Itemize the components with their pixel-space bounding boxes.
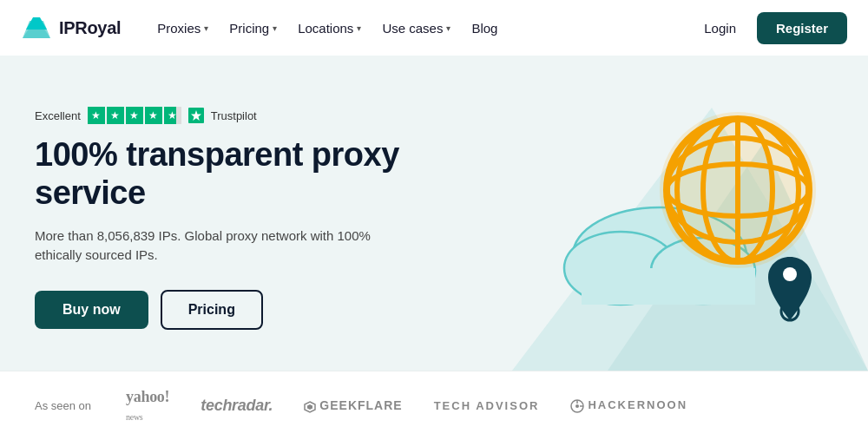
star-5: ★	[164, 107, 181, 124]
login-button[interactable]: Login	[694, 14, 746, 43]
brand-yahoo: yahoo!news	[126, 388, 169, 424]
brand-geekflare: GEEKFLARE	[304, 398, 402, 412]
chevron-down-icon: ▾	[357, 23, 361, 33]
as-seen-bar: As seen on yahoo!news techradar. GEEKFLA…	[0, 371, 868, 440]
pricing-button[interactable]: Pricing	[161, 290, 263, 330]
hackernoon-icon	[570, 399, 584, 413]
brand-logos: yahoo!news techradar. GEEKFLARE TECH ADV…	[126, 388, 833, 424]
chevron-down-icon: ▾	[273, 23, 277, 33]
as-seen-label: As seen on	[35, 399, 91, 412]
star-1: ★	[88, 107, 105, 124]
nav-right: Login Register	[694, 12, 847, 44]
logo-icon	[21, 16, 52, 40]
logo[interactable]: IPRoyal	[21, 16, 121, 40]
trustpilot-excellent: Excellent	[35, 109, 81, 122]
nav-item-locations[interactable]: Locations ▾	[289, 14, 370, 43]
hero-title: 100% transparent proxy service	[35, 136, 434, 212]
hero-svg	[469, 56, 868, 371]
hero-actions: Buy now Pricing	[35, 290, 434, 330]
geekflare-icon	[304, 401, 316, 413]
svg-marker-22	[307, 404, 312, 410]
trustpilot-row: Excellent ★ ★ ★ ★ ★ Trustpilot	[35, 107, 434, 124]
nav-item-proxies[interactable]: Proxies ▾	[148, 14, 217, 43]
nav-item-usecases[interactable]: Use cases ▾	[373, 14, 459, 43]
svg-point-20	[783, 267, 797, 281]
brand-techradar: techradar.	[201, 397, 273, 415]
brand-techadvisor: TECH ADVISOR	[434, 399, 540, 412]
svg-point-24	[575, 404, 579, 408]
trustpilot-stars: ★ ★ ★ ★ ★	[88, 107, 181, 124]
star-2: ★	[107, 107, 124, 124]
star-4: ★	[145, 107, 162, 124]
star-3: ★	[126, 107, 143, 124]
logo-text: IPRoyal	[59, 18, 121, 38]
brand-hackernoon: HACKERNOON	[570, 398, 687, 413]
chevron-down-icon: ▾	[204, 23, 208, 33]
nav-item-pricing[interactable]: Pricing ▾	[220, 14, 286, 43]
trustpilot-name: Trustpilot	[211, 109, 257, 122]
nav-item-blog[interactable]: Blog	[463, 14, 506, 43]
buy-now-button[interactable]: Buy now	[35, 291, 148, 329]
nav-links: Proxies ▾ Pricing ▾ Locations ▾ Use case…	[148, 14, 694, 43]
chevron-down-icon: ▾	[446, 23, 450, 33]
hero-illustration	[469, 56, 868, 371]
register-button[interactable]: Register	[757, 12, 847, 44]
hero-content: Excellent ★ ★ ★ ★ ★ Trustpilot 100% tran…	[35, 107, 434, 329]
navbar: IPRoyal Proxies ▾ Pricing ▾ Locations ▾ …	[0, 0, 868, 56]
trustpilot-icon	[188, 108, 204, 123]
hero-subtitle: More than 8,056,839 IPs. Global proxy ne…	[35, 227, 399, 266]
hero-section: Excellent ★ ★ ★ ★ ★ Trustpilot 100% tran…	[0, 56, 868, 371]
svg-rect-10	[582, 268, 755, 305]
